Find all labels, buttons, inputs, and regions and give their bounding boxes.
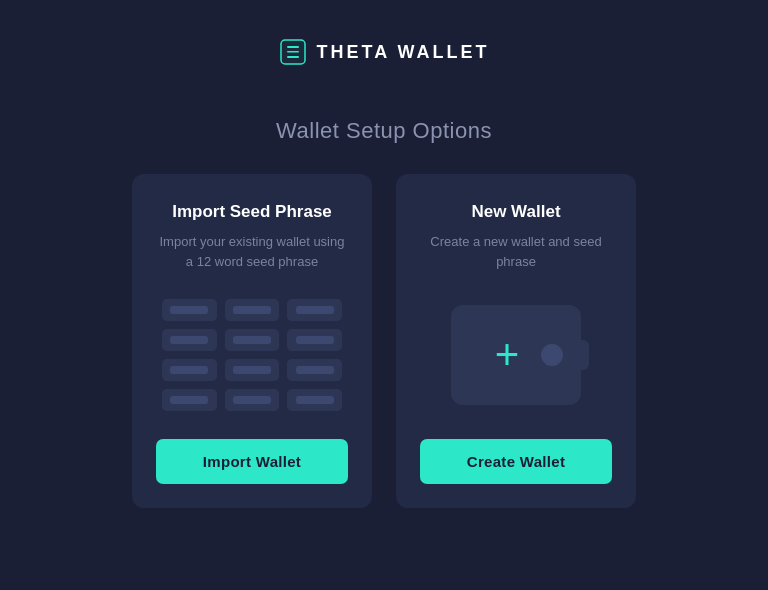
seed-cell-bar-7 — [170, 366, 208, 374]
app-title: THETA WALLET — [317, 42, 490, 63]
svg-rect-3 — [287, 56, 299, 58]
seed-phrase-grid — [162, 299, 342, 411]
import-card-illustration — [156, 299, 348, 411]
seed-cell-3 — [287, 299, 342, 321]
seed-cell-bar-8 — [233, 366, 271, 374]
seed-cell-bar-6 — [296, 336, 334, 344]
create-card-subtitle: Create a new wallet and seed phrase — [420, 232, 612, 271]
import-wallet-card: Import Seed Phrase Import your existing … — [132, 174, 372, 508]
seed-cell-bar-1 — [170, 306, 208, 314]
seed-cell-11 — [225, 389, 280, 411]
seed-cell-bar-11 — [233, 396, 271, 404]
import-card-subtitle: Import your existing wallet using a 12 w… — [156, 232, 348, 271]
seed-cell-6 — [287, 329, 342, 351]
seed-cell-4 — [162, 329, 217, 351]
app-header: THETA WALLET — [279, 38, 490, 66]
wallet-options-container: Import Seed Phrase Import your existing … — [132, 174, 636, 508]
seed-cell-12 — [287, 389, 342, 411]
seed-cell-bar-4 — [170, 336, 208, 344]
plus-icon: + — [495, 334, 520, 376]
wallet-icon: + — [451, 305, 581, 405]
seed-cell-9 — [287, 359, 342, 381]
seed-cell-bar-10 — [170, 396, 208, 404]
seed-cell-bar-2 — [233, 306, 271, 314]
seed-cell-bar-12 — [296, 396, 334, 404]
seed-cell-8 — [225, 359, 280, 381]
seed-cell-bar-3 — [296, 306, 334, 314]
seed-cell-5 — [225, 329, 280, 351]
seed-cell-2 — [225, 299, 280, 321]
svg-rect-1 — [287, 46, 299, 48]
theta-logo-icon — [279, 38, 307, 66]
create-wallet-button[interactable]: Create Wallet — [420, 439, 612, 484]
seed-cell-1 — [162, 299, 217, 321]
wallet-circle-decoration — [541, 344, 563, 366]
page-title: Wallet Setup Options — [276, 118, 492, 144]
import-wallet-button[interactable]: Import Wallet — [156, 439, 348, 484]
seed-cell-bar-5 — [233, 336, 271, 344]
seed-cell-bar-9 — [296, 366, 334, 374]
seed-cell-7 — [162, 359, 217, 381]
create-wallet-card: New Wallet Create a new wallet and seed … — [396, 174, 636, 508]
create-card-title: New Wallet — [471, 202, 560, 222]
seed-cell-10 — [162, 389, 217, 411]
svg-rect-2 — [287, 51, 299, 53]
import-card-title: Import Seed Phrase — [172, 202, 332, 222]
create-card-illustration: + — [420, 299, 612, 411]
